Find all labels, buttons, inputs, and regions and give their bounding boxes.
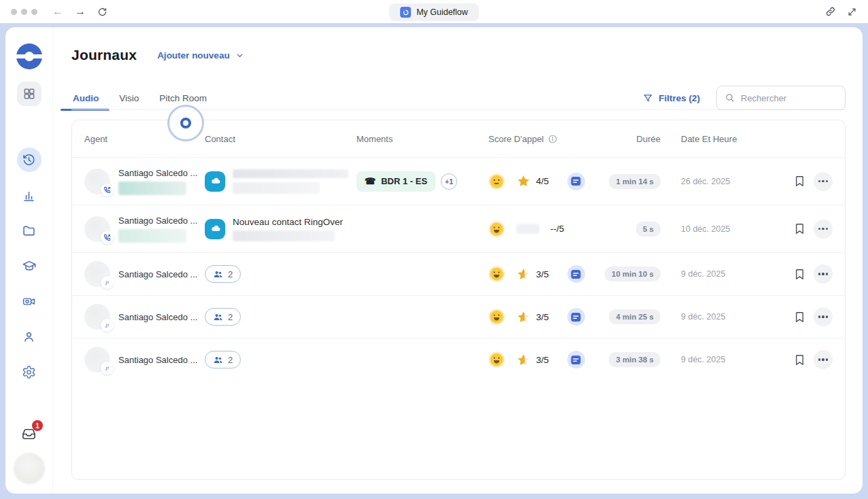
- sidebar-item-profile[interactable]: [17, 324, 41, 349]
- graduation-cap-icon: [22, 258, 37, 273]
- moments-more-badge[interactable]: +1: [441, 173, 457, 190]
- sidebar-item-recordings[interactable]: [17, 289, 41, 313]
- transcript-icon[interactable]: [567, 265, 585, 283]
- bar-chart-icon: [22, 188, 36, 203]
- column-header-moments: Moments: [356, 134, 488, 144]
- participants-badge[interactable]: 2: [205, 351, 241, 368]
- history-icon: [22, 153, 36, 167]
- bookmark-icon[interactable]: [793, 311, 806, 324]
- row-more-button[interactable]: [814, 172, 833, 191]
- imported-audio-icon: ♪↑: [101, 276, 114, 289]
- duration-badge: 3 min 38 s: [609, 352, 661, 367]
- star-rating-icon: [516, 174, 531, 188]
- score-value: 3/5: [536, 312, 549, 322]
- duration-badge: 1 min 14 s: [609, 174, 661, 189]
- star-rating-icon: [516, 310, 531, 324]
- blurred-contact-number: [233, 182, 320, 194]
- agent-avatar: ♪↑: [84, 304, 110, 330]
- call-date: 9 déc. 2025: [661, 312, 783, 322]
- tab-pitch-room[interactable]: Pitch Room: [158, 93, 208, 103]
- call-date: 10 déc. 2025: [661, 224, 783, 234]
- bookmark-icon[interactable]: [793, 268, 806, 281]
- folder-icon: [22, 224, 36, 238]
- tab-visio[interactable]: Visio: [118, 93, 140, 103]
- reload-icon[interactable]: [97, 7, 107, 17]
- sidebar-item-coaching[interactable]: [17, 254, 41, 278]
- browser-topbar: ← → My Guideflow: [0, 0, 868, 23]
- row-more-button[interactable]: [814, 220, 833, 239]
- happy-emoji-icon: [488, 351, 505, 368]
- row-more-button[interactable]: [814, 350, 833, 369]
- back-icon[interactable]: ←: [52, 6, 63, 17]
- bookmark-icon[interactable]: [793, 354, 806, 366]
- sidebar-item-settings[interactable]: [17, 360, 41, 384]
- outgoing-call-icon: [101, 231, 114, 244]
- column-header-score: Score D'appel: [488, 134, 596, 144]
- sidebar-item-history[interactable]: [17, 148, 41, 172]
- window-close-dot[interactable]: [11, 9, 17, 15]
- search-box[interactable]: [716, 86, 846, 110]
- phone-icon: ☎: [365, 176, 375, 186]
- table-row[interactable]: Santiago Salcedo ... Nouveau contact Rin…: [72, 205, 845, 252]
- row-more-button[interactable]: [814, 264, 833, 283]
- share-link-icon[interactable]: [825, 6, 836, 17]
- apps-grid-icon[interactable]: [17, 82, 41, 106]
- forward-icon[interactable]: →: [75, 6, 86, 17]
- tab-audio[interactable]: Audio: [71, 93, 100, 103]
- call-date: 9 déc. 2025: [661, 355, 783, 364]
- table-row[interactable]: ♪↑ Santiago Salcedo ... 2 3/5: [72, 338, 845, 381]
- bookmark-icon[interactable]: [793, 175, 806, 188]
- star-rating-icon: [516, 353, 531, 367]
- imported-audio-icon: ♪↑: [101, 362, 114, 375]
- app-window: 1 Journaux Ajouter nouveau Audio Visio P…: [5, 27, 863, 494]
- score-value: 3/5: [536, 355, 549, 365]
- participants-badge[interactable]: 2: [205, 265, 241, 283]
- browser-tab[interactable]: My Guideflow: [389, 3, 479, 21]
- table-row[interactable]: Santiago Salcedo ... ☎: [72, 157, 845, 205]
- agent-avatar: ♪↑: [84, 347, 110, 373]
- window-maximize-dot[interactable]: [31, 9, 37, 15]
- score-value: 4/5: [536, 176, 549, 186]
- outgoing-call-icon: [101, 184, 114, 196]
- info-icon[interactable]: [548, 134, 558, 144]
- agent-avatar: [84, 169, 110, 194]
- participants-badge[interactable]: 2: [205, 308, 241, 326]
- filters-button[interactable]: Filtres (2): [643, 93, 700, 103]
- inbox-badge: 1: [32, 420, 43, 431]
- transcript-icon[interactable]: [567, 173, 585, 190]
- people-icon: [213, 355, 223, 365]
- user-icon: [22, 330, 36, 344]
- bookmark-icon[interactable]: [793, 222, 806, 235]
- moment-tag[interactable]: ☎ BDR 1 - ES: [356, 171, 435, 192]
- table-row[interactable]: ♪↑ Santiago Salcedo ... 2 3/5: [72, 252, 845, 295]
- agent-name: Santiago Salcedo ...: [118, 168, 197, 178]
- search-input[interactable]: [741, 93, 829, 103]
- user-avatar[interactable]: [14, 453, 45, 484]
- star-rating-icon: [516, 267, 531, 281]
- agent-name: Santiago Salcedo ...: [118, 312, 197, 322]
- agent-name: Santiago Salcedo ...: [118, 355, 197, 365]
- calls-table: Agent Contact Moments Score D'appel Duré…: [71, 120, 846, 480]
- fullscreen-icon[interactable]: [847, 7, 857, 17]
- add-new-button[interactable]: Ajouter nouveau: [157, 50, 244, 61]
- transcript-icon[interactable]: [567, 308, 585, 326]
- ringover-logo-icon[interactable]: [16, 44, 42, 69]
- table-row[interactable]: ♪↑ Santiago Salcedo ... 2 3/5: [72, 295, 845, 338]
- agent-avatar: [84, 216, 110, 242]
- search-icon: [724, 92, 735, 103]
- sidebar: 1: [5, 27, 53, 494]
- page-title: Journaux: [71, 47, 137, 63]
- transcript-icon[interactable]: [567, 351, 585, 368]
- ringover-contact-icon: [205, 171, 225, 192]
- row-more-button[interactable]: [814, 307, 833, 326]
- agent-avatar: ♪↑: [84, 261, 110, 287]
- blurred-contact-name: [233, 169, 348, 178]
- sidebar-item-inbox[interactable]: 1: [21, 426, 37, 442]
- window-controls[interactable]: [11, 9, 37, 15]
- window-minimize-dot[interactable]: [21, 9, 27, 15]
- sidebar-item-library[interactable]: [17, 218, 41, 243]
- sidebar-item-analytics[interactable]: [17, 183, 41, 207]
- happy-emoji-icon: [488, 266, 505, 282]
- column-header-agent: Agent: [84, 134, 205, 144]
- settings-gear-icon: [22, 365, 36, 379]
